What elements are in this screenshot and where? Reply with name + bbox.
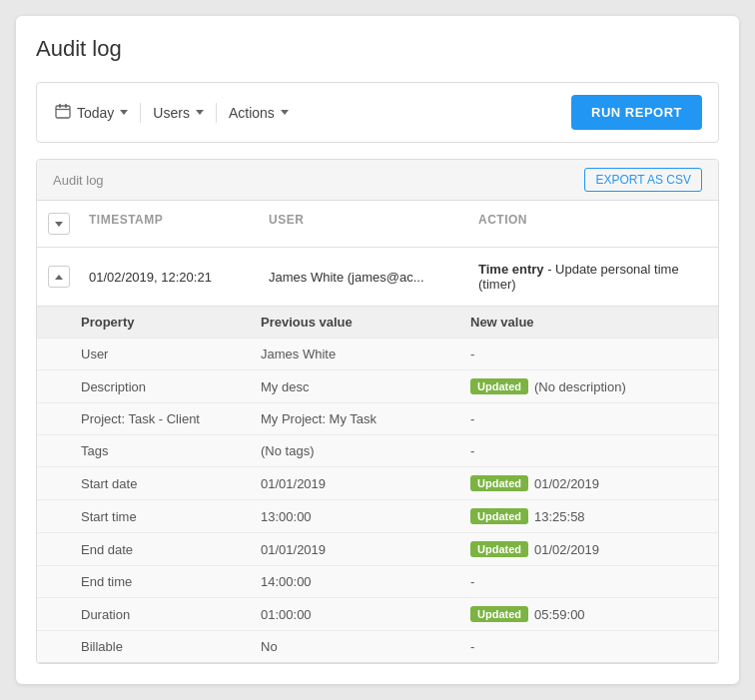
filter-divider-2: [216, 103, 217, 123]
detail-previous-value: 14:00:00: [261, 574, 470, 589]
col-header-timestamp: TIMESTAMP: [81, 209, 261, 239]
log-row-action: Time entry - Update personal time (timer…: [470, 258, 718, 296]
detail-property: User: [81, 347, 261, 361]
detail-rows: UserJames White-DescriptionMy descUpdate…: [37, 338, 718, 662]
detail-col-new: New value: [470, 315, 702, 330]
log-row-user: James White (james@ac...: [261, 266, 470, 289]
detail-row: DescriptionMy descUpdated(No description…: [37, 369, 718, 402]
calendar-icon: [55, 103, 71, 122]
detail-previous-value: James White: [261, 347, 470, 361]
detail-previous-value: No: [261, 639, 470, 654]
updated-badge: Updated: [470, 541, 528, 557]
detail-new-value: -: [470, 347, 702, 361]
export-csv-button[interactable]: EXPORT AS CSV: [584, 168, 702, 192]
detail-property: Start date: [81, 476, 261, 491]
audit-log-table: Audit log EXPORT AS CSV TIMESTAMP USER A…: [36, 159, 719, 664]
updated-badge: Updated: [470, 606, 528, 622]
detail-col-previous: Previous value: [261, 315, 470, 330]
chevron-down-icon: [55, 222, 63, 227]
collapse-all-button[interactable]: [48, 213, 70, 235]
new-value-text: 13:25:58: [534, 509, 585, 524]
detail-previous-value: (No tags): [261, 443, 470, 458]
detail-table: Property Previous value New value UserJa…: [37, 307, 718, 663]
page-title: Audit log: [36, 36, 719, 62]
filter-bar: Today Users Actions RUN REPORT: [36, 82, 719, 143]
filter-divider-1: [140, 103, 141, 123]
detail-row: Project: Task - ClientMy Project: My Tas…: [37, 402, 718, 434]
new-value-text: 05:59:00: [534, 607, 585, 622]
updated-badge: Updated: [470, 378, 528, 394]
new-value-text: 01/02/2019: [534, 542, 599, 557]
run-report-button[interactable]: RUN REPORT: [571, 95, 702, 130]
col-header-user: USER: [261, 209, 470, 239]
section-label: Audit log: [53, 173, 104, 188]
detail-previous-value: My desc: [261, 379, 470, 394]
detail-property: Start time: [81, 509, 261, 524]
date-chevron-icon: [120, 110, 128, 115]
detail-row: Tags(No tags)-: [37, 434, 718, 466]
new-value-text: -: [470, 347, 474, 361]
detail-new-value: Updated05:59:00: [470, 606, 702, 622]
detail-property: End time: [81, 574, 261, 589]
audit-log-card: Audit log Today Users Actions RU: [16, 16, 739, 684]
detail-row: Duration01:00:00Updated05:59:00: [37, 597, 718, 630]
detail-new-value: Updated01/02/2019: [470, 475, 702, 491]
log-row-timestamp: 01/02/2019, 12:20:21: [81, 266, 261, 289]
detail-property: Billable: [81, 639, 261, 654]
log-row: 01/02/2019, 12:20:21 James White (james@…: [37, 248, 718, 307]
actions-filter-label: Actions: [229, 105, 275, 121]
detail-row: BillableNo-: [37, 630, 718, 662]
detail-property: End date: [81, 542, 261, 557]
chevron-up-icon: [55, 275, 63, 280]
detail-property: Tags: [81, 443, 261, 458]
detail-row: UserJames White-: [37, 338, 718, 369]
new-value-text: -: [470, 574, 474, 589]
detail-new-value: Updated13:25:58: [470, 508, 702, 524]
detail-header-row: Property Previous value New value: [37, 307, 718, 338]
date-filter-label: Today: [77, 105, 114, 121]
col-header-expand: [37, 209, 81, 239]
detail-row: Start time13:00:00Updated13:25:58: [37, 499, 718, 532]
new-value-text: (No description): [534, 379, 626, 394]
detail-property: Duration: [81, 607, 261, 622]
detail-new-value: -: [470, 574, 702, 589]
detail-new-value: -: [470, 639, 702, 654]
col-header-action: ACTION: [470, 209, 718, 239]
detail-previous-value: 01:00:00: [261, 607, 470, 622]
date-filter-button[interactable]: Today: [53, 99, 130, 126]
detail-new-value: Updated01/02/2019: [470, 541, 702, 557]
detail-previous-value: My Project: My Task: [261, 411, 470, 426]
new-value-text: -: [470, 639, 474, 654]
table-header-bar: Audit log EXPORT AS CSV: [37, 160, 718, 201]
detail-new-value: -: [470, 443, 702, 458]
detail-previous-value: 01/01/2019: [261, 542, 470, 557]
detail-property: Project: Task - Client: [81, 411, 261, 426]
log-row-expand-cell: [37, 262, 81, 292]
detail-new-value: Updated(No description): [470, 378, 702, 394]
detail-previous-value: 01/01/2019: [261, 476, 470, 491]
detail-row: Start date01/01/2019Updated01/02/2019: [37, 466, 718, 499]
expand-row-button[interactable]: [48, 266, 70, 288]
users-filter-label: Users: [153, 105, 190, 121]
action-entry-label: Time entry: [478, 262, 544, 277]
column-headers: TIMESTAMP USER ACTION: [37, 201, 718, 248]
actions-filter-button[interactable]: Actions: [227, 101, 291, 125]
users-filter-button[interactable]: Users: [151, 101, 206, 125]
new-value-text: -: [470, 443, 474, 458]
users-chevron-icon: [196, 110, 204, 115]
detail-col-property: Property: [81, 315, 261, 330]
detail-previous-value: 13:00:00: [261, 509, 470, 524]
svg-rect-1: [59, 104, 61, 108]
detail-property: Description: [81, 379, 261, 394]
new-value-text: 01/02/2019: [534, 476, 599, 491]
svg-rect-2: [65, 104, 67, 108]
detail-new-value: -: [470, 411, 702, 426]
updated-badge: Updated: [470, 475, 528, 491]
detail-row: End date01/01/2019Updated01/02/2019: [37, 532, 718, 565]
detail-row: End time14:00:00-: [37, 565, 718, 597]
new-value-text: -: [470, 411, 474, 426]
actions-chevron-icon: [281, 110, 289, 115]
updated-badge: Updated: [470, 508, 528, 524]
svg-rect-0: [56, 106, 70, 118]
